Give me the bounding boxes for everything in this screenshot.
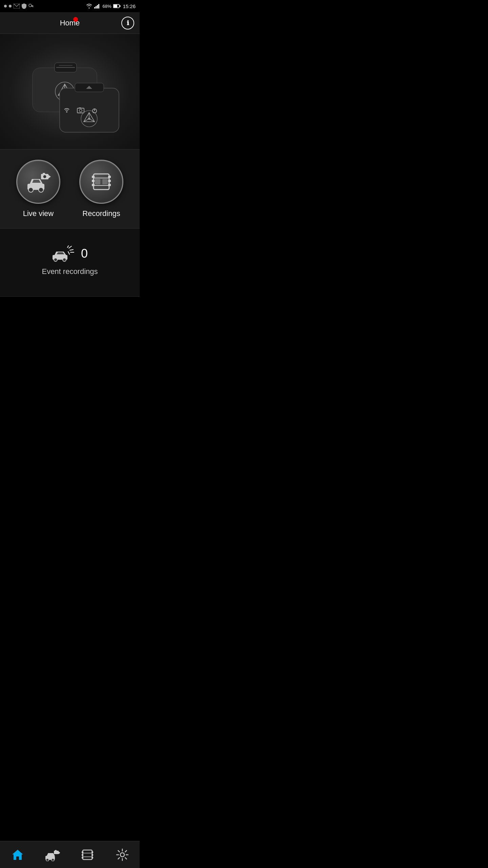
live-view-icon-circle: [16, 160, 60, 204]
svg-point-57: [54, 258, 57, 261]
svg-point-27: [66, 111, 67, 113]
svg-point-58: [63, 258, 66, 261]
svg-rect-30: [79, 107, 81, 108]
svg-rect-43: [43, 173, 45, 174]
info-button[interactable]: ℹ: [121, 17, 134, 29]
time-display: 15:26: [123, 3, 136, 9]
svg-marker-44: [48, 175, 51, 178]
status-right: 68% 15:26: [86, 3, 136, 9]
svg-rect-3: [33, 6, 33, 7]
live-view-button[interactable]: Live view: [7, 160, 70, 218]
svg-line-59: [69, 246, 72, 248]
battery-icon: [113, 4, 121, 8]
svg-rect-54: [95, 179, 100, 184]
event-recordings-label: Event recordings: [42, 267, 98, 276]
status-left: [4, 3, 33, 9]
signal-icon: [94, 4, 100, 8]
svg-rect-4: [32, 6, 32, 7]
svg-rect-50: [108, 180, 111, 182]
header: Home ℹ: [0, 12, 140, 34]
svg-line-61: [67, 245, 69, 248]
battery-percent: 68%: [102, 4, 111, 9]
event-count-row: 0: [52, 245, 88, 262]
gmail-icon: [14, 4, 20, 8]
event-count-value: 0: [81, 246, 88, 261]
wifi-icon: [86, 4, 92, 8]
collision-icon: [52, 245, 76, 262]
main-grid: Live view R: [0, 149, 140, 229]
live-view-label: Live view: [23, 209, 54, 218]
svg-rect-49: [108, 176, 111, 178]
svg-rect-55: [102, 179, 108, 184]
svg-point-40: [39, 188, 43, 192]
event-section[interactable]: 0 Event recordings: [0, 229, 140, 297]
recordings-icon-circle: [79, 160, 123, 204]
svg-rect-47: [92, 180, 95, 182]
svg-rect-2: [31, 5, 33, 6]
svg-rect-24: [60, 88, 119, 132]
svg-rect-8: [98, 4, 99, 8]
svg-rect-10: [114, 5, 117, 7]
svg-point-39: [28, 188, 33, 192]
key-icon: [28, 3, 33, 9]
svg-rect-6: [96, 6, 97, 8]
svg-rect-46: [92, 176, 95, 178]
live-view-icon: [26, 171, 51, 193]
shield-icon: [22, 3, 26, 9]
recordings-button[interactable]: Recordings: [70, 160, 133, 218]
status-dot-2: [9, 5, 12, 7]
device-illustration: [16, 44, 124, 139]
svg-rect-11: [120, 5, 121, 7]
svg-line-60: [70, 250, 73, 250]
svg-rect-5: [94, 7, 95, 8]
device-section: [0, 34, 140, 149]
svg-point-1: [29, 4, 32, 7]
svg-line-63: [68, 252, 69, 254]
status-dot-1: [4, 5, 7, 7]
svg-rect-7: [97, 5, 98, 8]
recording-indicator: [73, 17, 78, 22]
recordings-label: Recordings: [82, 209, 120, 218]
svg-point-42: [43, 175, 46, 178]
status-bar: 68% 15:26: [0, 0, 140, 12]
film-strip-icon: [89, 170, 113, 194]
